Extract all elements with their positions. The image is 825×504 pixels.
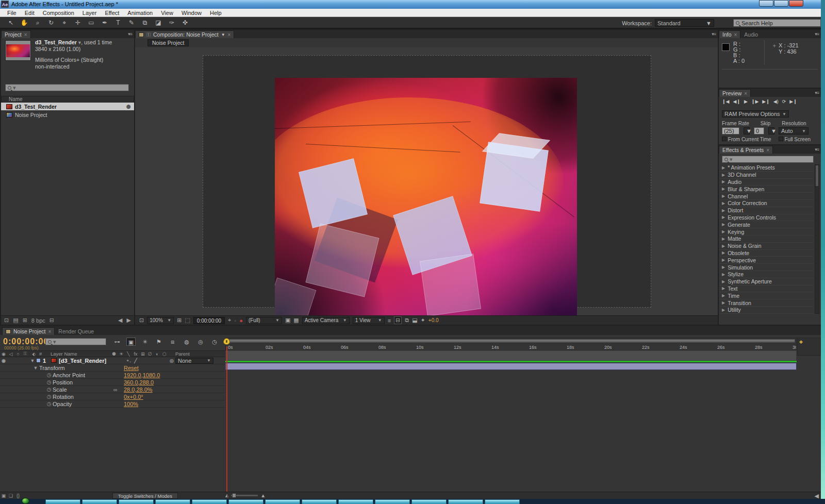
layer-duration-bar[interactable]	[225, 363, 797, 370]
effects-category[interactable]: ▶ Noise & Grain	[720, 243, 814, 250]
expand-triangle-icon[interactable]: ▶	[722, 165, 725, 170]
property-value[interactable]: 28.0,28.0%	[124, 387, 153, 393]
effects-category[interactable]: ▶ Obsolete	[720, 250, 814, 257]
eye-icon[interactable]: ◉	[0, 351, 7, 357]
taskbar-item[interactable]	[119, 499, 154, 504]
zoom-slider-thumb[interactable]	[232, 493, 236, 498]
menu-item[interactable]: View	[157, 9, 177, 16]
eye-icon[interactable]: ◉	[0, 358, 7, 363]
snapshot-icon[interactable]: ⌖	[228, 317, 231, 324]
expand-triangle-icon[interactable]: ▶	[722, 250, 725, 255]
expand-triangle-icon[interactable]: ▶	[722, 293, 725, 298]
effects-category[interactable]: ▶ Keying	[720, 228, 814, 236]
pen-tool[interactable]: ✒	[99, 18, 110, 27]
taskbar-item[interactable]	[375, 499, 410, 504]
parent-dropdown[interactable]: None▼	[175, 358, 213, 364]
3d-view-dropdown[interactable]: Active Camera▼	[302, 317, 350, 324]
ram-preview-options-dropdown[interactable]: RAM Preview Options▼	[722, 110, 789, 117]
motion-blur-switch-icon[interactable]: ∅	[146, 351, 154, 357]
taskbar-item[interactable]	[302, 499, 337, 504]
roi-icon[interactable]: ▣	[285, 317, 290, 324]
tab-effects-presets[interactable]: Effects & Presets×	[719, 146, 773, 154]
transform-property-row[interactable]: ◷ Anchor Point 1920.0,1080.0	[0, 372, 225, 379]
menu-item[interactable]: Animation	[123, 9, 157, 16]
auto-keyframe-icon[interactable]: ◷	[210, 338, 219, 346]
close-icon[interactable]: ×	[24, 32, 27, 38]
maximize-button[interactable]	[774, 0, 788, 7]
expand-triangle-icon[interactable]: ▶	[722, 201, 725, 206]
name-column-header[interactable]: Name	[1, 96, 134, 103]
taskbar-item[interactable]	[228, 499, 263, 504]
menu-item[interactable]: Layer	[78, 9, 101, 16]
expand-triangle-icon[interactable]: ▶	[722, 215, 725, 220]
property-value[interactable]: 100%	[124, 401, 138, 407]
transform-group-row[interactable]: ▼ Transform Reset	[0, 364, 225, 372]
start-button[interactable]	[22, 498, 29, 504]
label-color-chip[interactable]	[36, 358, 41, 363]
rotation-tool[interactable]: ↻	[45, 18, 57, 27]
expand-triangle-icon[interactable]: ▶	[722, 279, 725, 284]
hand-tool[interactable]: ✋	[19, 18, 30, 27]
windows-taskbar[interactable]	[0, 499, 825, 504]
frame-blending-icon[interactable]: ⧈	[168, 338, 177, 346]
previous-frame-button[interactable]: ◀❙	[733, 99, 740, 104]
close-icon[interactable]: ×	[48, 329, 51, 334]
clone-stamp-tool[interactable]: ⧉	[139, 18, 151, 27]
panel-menu-icon[interactable]: ▾≡	[815, 147, 819, 152]
menu-item[interactable]: Help	[206, 9, 226, 16]
timeline-zoom-slider[interactable]	[231, 495, 258, 496]
effects-category[interactable]: ▶ * Animation Presets	[720, 164, 814, 172]
help-search-input[interactable]: Search Help	[733, 19, 821, 27]
grid-guides-icon[interactable]: ⊞	[177, 317, 182, 324]
resolution-dropdown[interactable]: (Full)▼	[246, 317, 282, 324]
tab-preview[interactable]: Preview×	[719, 89, 751, 97]
shy-switch-icon[interactable]: ⚉	[110, 351, 118, 357]
panel-menu-icon[interactable]: ▾≡	[712, 31, 716, 37]
quality-switch-icon[interactable]: ╲	[125, 351, 132, 357]
selection-tool[interactable]: ↖	[5, 18, 16, 27]
stopwatch-icon[interactable]: ◷	[45, 372, 53, 378]
frame-blend-switch-icon[interactable]: ⊞	[139, 351, 146, 357]
taskbar-item[interactable]	[192, 499, 227, 504]
region-of-interest-icon[interactable]: ⊡	[139, 317, 144, 324]
full-screen-checkbox[interactable]	[779, 137, 783, 141]
panel-menu-icon[interactable]: ▾≡	[815, 90, 819, 95]
stopwatch-icon[interactable]: ◷	[45, 379, 53, 385]
taskbar-item[interactable]	[82, 499, 117, 504]
close-icon[interactable]: ×	[744, 91, 747, 96]
live-update-icon[interactable]: ▣	[126, 338, 136, 346]
minimize-button[interactable]	[759, 0, 773, 7]
layer-row[interactable]: ◉ ▼ 1 [d3_Test_Render] ⚬. ╱ ◎ None▼	[0, 357, 225, 364]
from-current-time-checkbox[interactable]	[722, 137, 727, 141]
delete-icon[interactable]: ⊟	[50, 317, 54, 324]
close-button[interactable]	[789, 0, 803, 7]
property-value[interactable]: 0x+0.0°	[124, 394, 143, 400]
toggle-switches-modes-button[interactable]: Toggle Switches / Modes	[112, 493, 178, 499]
close-icon[interactable]: ×	[766, 147, 769, 153]
preview-resolution-dropdown[interactable]: Auto▼	[779, 127, 808, 135]
timeline-track-band[interactable]	[225, 350, 797, 361]
effects-category[interactable]: ▶ Expression Controls	[720, 214, 814, 222]
tab-composition[interactable]: ⚿ Composition: Noise Project▼ ×	[135, 30, 234, 38]
expand-triangle-icon[interactable]: ▶	[722, 222, 725, 227]
effects-category[interactable]: ▶ Matte	[720, 236, 814, 243]
exposure-value[interactable]: +0.0	[428, 317, 439, 323]
effects-category[interactable]: ▶ Transition	[720, 299, 814, 307]
effects-category[interactable]: ▶ Color Correction	[720, 200, 814, 207]
frame-rate-dropdown-icon[interactable]: ▼	[744, 127, 750, 135]
expand-triangle-icon[interactable]: ▶	[722, 229, 725, 234]
effects-category[interactable]: ▶ Text	[720, 285, 814, 293]
expand-layer-switches-icon[interactable]: ▣	[0, 493, 7, 498]
expand-in-out-icon[interactable]: {}	[14, 493, 22, 498]
stopwatch-icon[interactable]: ◷	[45, 387, 53, 392]
layer-name-column-header[interactable]: Layer Name	[51, 351, 110, 357]
magnification-dropdown[interactable]: 100%▼	[147, 317, 174, 324]
show-channel-icon[interactable]: ●	[239, 317, 243, 324]
transform-property-row[interactable]: ◷ Position 360.0,288.0	[0, 379, 225, 386]
effects-category[interactable]: ▶ Channel	[720, 193, 814, 200]
expand-triangle-icon[interactable]: ▼	[32, 365, 39, 371]
effects-category[interactable]: ▶ 3D Channel	[720, 172, 814, 179]
mini-flowchart-icon[interactable]: ⊶	[112, 338, 122, 346]
label-icon[interactable]: ⬖	[29, 351, 39, 357]
collapse-icon[interactable]: ⚬.	[125, 358, 132, 363]
